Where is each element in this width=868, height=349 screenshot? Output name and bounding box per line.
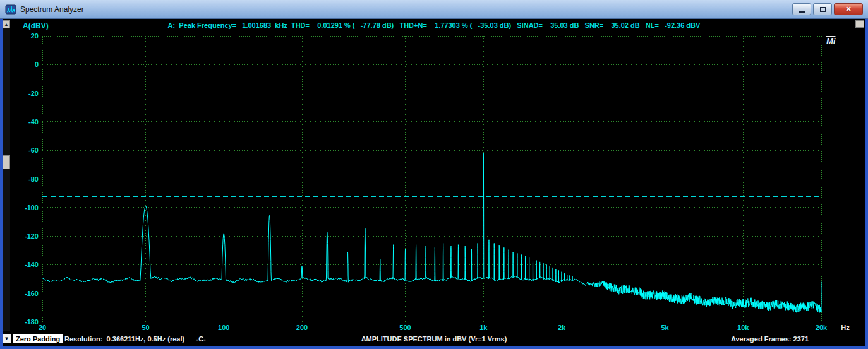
y-tick-label: 0 (35, 61, 39, 68)
y-tick-label: -40 (28, 118, 39, 126)
y-tick-label: -80 (28, 175, 39, 183)
x-tick-label: 500 (399, 324, 411, 331)
x-tick-label: 20k (816, 324, 828, 331)
spectrum-chart[interactable]: 200-20-40-60-80-100-120-140-160-18020501… (0, 0, 868, 349)
window-function-value: Zero Padding (13, 334, 63, 343)
y-tick-label: -100 (25, 204, 39, 211)
y-tick-label: -20 (28, 90, 39, 97)
scroll-up-button[interactable]: ▲ (3, 20, 10, 28)
resolution-text: Resolution: 0.366211Hz, 0.5Hz (real) -C- (64, 335, 206, 343)
x-tick-label: 50 (142, 324, 149, 331)
x-axis-unit: Hz (841, 324, 850, 331)
scrollbar-thumb[interactable] (3, 155, 10, 169)
measurement-readout: A: Peak Frequency= 1.001683 kHz THD= 0.0… (44, 21, 824, 29)
top-right-panel-button[interactable] (855, 20, 864, 28)
dropdown-icon: ▼ (3, 334, 11, 343)
vertical-scrollbar[interactable]: ▲ (3, 20, 10, 331)
y-tick-label: -180 (25, 318, 39, 326)
x-tick-label: 10k (737, 324, 749, 331)
y-tick-label: -160 (25, 290, 39, 297)
y-tick-label: -60 (28, 146, 39, 154)
x-tick-label: 100 (218, 324, 229, 331)
averaged-frames: Averaged Frames: 2371 (731, 335, 809, 343)
window-border-right (865, 19, 868, 349)
window-function-combo[interactable]: ▼ Zero Padding (3, 334, 63, 343)
spectrum-trace (42, 153, 821, 313)
x-tick-label: 2k (558, 324, 566, 331)
y-tick-label: 20 (31, 32, 39, 40)
y-tick-label: -120 (25, 232, 39, 240)
x-tick-label: 1k (479, 324, 488, 331)
window-border-bottom (0, 346, 868, 349)
x-tick-label: 5k (661, 324, 669, 331)
y-axis-title: A(dBV) (23, 21, 49, 30)
y-tick-label: -140 (25, 261, 39, 268)
spectrum-analyzer-window: Spectrum Analyzer × 200-20-40-60-80-100-… (0, 0, 868, 349)
x-tick-label: 200 (296, 324, 308, 331)
scroll-up-icon: ▲ (4, 22, 9, 27)
status-bar: ▼ Zero Padding Resolution: 0.366211Hz, 0… (3, 333, 865, 346)
window-border-left (0, 19, 3, 349)
x-tick-label: 20 (39, 324, 46, 331)
mi-logo: Mi (826, 37, 835, 46)
